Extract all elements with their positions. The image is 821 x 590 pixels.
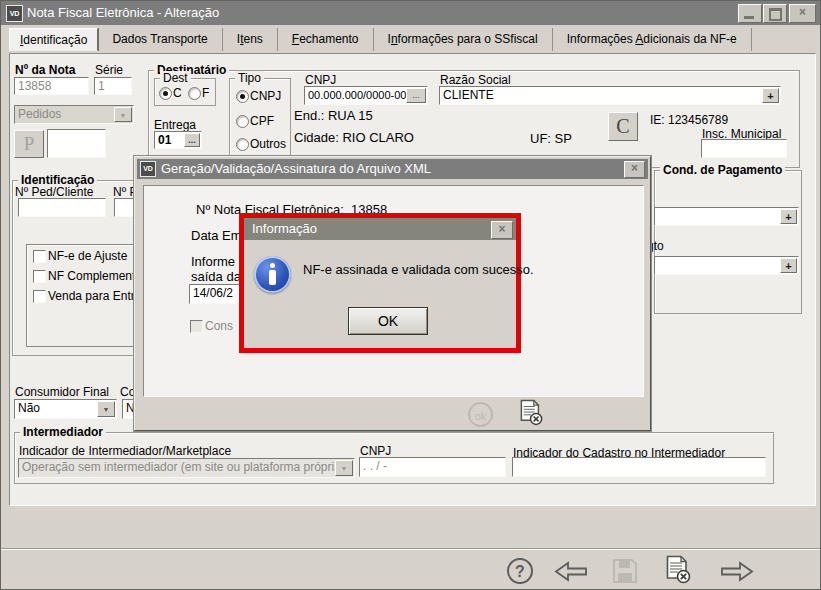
tipo-cnpj-radio[interactable]: [236, 90, 249, 103]
xml-dialog-title: Geração/Validação/Assinatura do Arquivo …: [161, 161, 431, 176]
nf-complementar-label: NF Complementar: [48, 269, 146, 283]
tipo-cpf-radio[interactable]: [236, 115, 249, 128]
dropdown-arrow-icon: ▼: [114, 107, 132, 122]
info-dialog-titlebar: Informação ×: [244, 218, 516, 240]
info-ok-button[interactable]: OK: [348, 307, 428, 335]
serie-label: Série: [95, 63, 123, 77]
c-button[interactable]: C: [608, 112, 638, 141]
cond-pagamento-group: Cond. de Pagamento: [654, 170, 802, 314]
insc-municipal-field[interactable]: [701, 139, 787, 158]
informe-fragment: Informe: [191, 254, 235, 269]
tipo-title: Tipo: [235, 71, 264, 85]
toolbar-separator: [1, 548, 820, 550]
tab-dados-transporte[interactable]: Dados Transporte: [98, 28, 222, 51]
data-emissao-fragment: Data Emi: [191, 228, 244, 243]
ok-icon[interactable]: ok: [468, 402, 493, 427]
forward-arrow-icon[interactable]: [720, 560, 754, 583]
entrega-field[interactable]: 01 ...: [154, 131, 202, 149]
tab-itens[interactable]: Itens: [223, 28, 278, 51]
pedidos-combo[interactable]: Pedidos ▼: [14, 105, 134, 124]
p-button[interactable]: P: [14, 130, 44, 158]
tipo-outros-radio[interactable]: [236, 138, 249, 151]
cond-field-1[interactable]: +: [654, 207, 799, 226]
info-dialog-highlight: Informação × NF-e assinada e validada co…: [239, 213, 521, 353]
cond-field-2[interactable]: +: [654, 256, 799, 275]
close-button[interactable]: ×: [789, 4, 816, 23]
nfe-ajuste-checkbox[interactable]: [33, 250, 46, 263]
dest-f-radio[interactable]: [188, 87, 201, 100]
venda-entrega-label: Venda para Entre: [48, 289, 141, 303]
cond-add-button-1[interactable]: +: [780, 209, 797, 224]
cond-pagamento-title: Cond. de Pagamento: [660, 163, 785, 177]
main-titlebar: VD Nota Fiscal Eletrônica - Alteração ×: [1, 1, 821, 25]
back-arrow-icon[interactable]: [554, 560, 588, 583]
nfe-ajuste-label: NF-e de Ajuste: [48, 249, 127, 263]
razao-add-button[interactable]: +: [762, 88, 779, 103]
window-title: Nota Fiscal Eletrônica - Alteração: [27, 5, 219, 20]
ie-text: IE: 123456789: [650, 113, 728, 127]
venda-entrega-checkbox[interactable]: [33, 290, 46, 303]
info-message: NF-e assinada e validada com sucesso.: [303, 262, 534, 277]
dest-subgroup: Dest C F: [154, 78, 216, 106]
info-dialog: Informação × NF-e assinada e validada co…: [244, 218, 516, 348]
cnpj-label: CNPJ: [305, 73, 336, 87]
razao-label: Razão Social: [440, 73, 511, 87]
nf-complementar-checkbox[interactable]: [33, 270, 46, 283]
razao-field[interactable]: CLIENTE +: [439, 86, 781, 105]
cadastro-intermediador-field[interactable]: [512, 457, 766, 477]
ped-cliente-field[interactable]: [18, 198, 106, 217]
dropdown-arrow-icon: ▼: [335, 460, 353, 476]
cons-label-fragment: Cons: [205, 319, 233, 333]
info-dialog-close-button[interactable]: ×: [491, 221, 513, 239]
tipo-outros-label: Outros: [250, 137, 286, 151]
cons-checkbox[interactable]: [190, 320, 203, 333]
tipo-cnpj-label: CNPJ: [250, 89, 281, 103]
maximize-icon: [769, 8, 782, 21]
tab-informacoes-ssfiscal[interactable]: Informações para o SSfiscal: [374, 28, 553, 51]
tab-fechamento[interactable]: Fechamento: [278, 28, 374, 51]
intermediador-cnpj-field[interactable]: . . / -: [359, 457, 506, 477]
serie-field[interactable]: 1: [94, 77, 132, 95]
main-window: VD Nota Fiscal Eletrônica - Alteração × …: [0, 0, 821, 590]
info-dialog-title: Informação: [252, 221, 317, 236]
indicador-intermediador-combo[interactable]: Operação sem intermediador (em site ou p…: [18, 458, 355, 478]
consumidor-final-combo[interactable]: Não ▼: [14, 399, 117, 419]
tipo-subgroup: Tipo CNPJ CPF Outros: [229, 78, 291, 162]
saida-fragment: saída da: [191, 269, 241, 284]
nota-field[interactable]: 13858: [14, 77, 89, 95]
minimize-button[interactable]: [738, 4, 762, 23]
nota-label: Nº da Nota: [15, 63, 75, 77]
cancel-document-icon[interactable]: [666, 555, 691, 584]
dest-c-radio[interactable]: [159, 87, 172, 100]
help-icon[interactable]: ?: [507, 558, 533, 584]
p-value-field[interactable]: [47, 129, 106, 158]
dialog-vd-icon: VD: [140, 161, 156, 177]
maximize-button[interactable]: [763, 4, 787, 23]
app-vd-icon: VD: [6, 5, 23, 22]
cond-add-button-2[interactable]: +: [780, 258, 797, 273]
xml-dialog-titlebar: VD Geração/Validação/Assinatura do Arqui…: [137, 159, 648, 179]
minimize-icon: [744, 16, 754, 19]
entrega-label: Entrega: [154, 118, 196, 132]
indicador-intermediador-label: Indicador de Intermediador/Marketplace: [19, 444, 231, 458]
xml-dialog-close-button[interactable]: ×: [624, 161, 645, 178]
info-icon: [254, 256, 291, 293]
dest-c-label: C: [173, 86, 182, 100]
ped-cliente-label: Nº Ped/Cliente: [15, 185, 93, 199]
consumidor-final-label: Consumidor Final: [15, 385, 109, 399]
cnpj-field[interactable]: 00.000.000/0000-00 ...: [304, 86, 428, 105]
intermediador-cnpj-label: CNPJ: [360, 444, 391, 458]
entrega-browse-button[interactable]: ...: [184, 133, 200, 147]
cancel-document-icon[interactable]: [520, 399, 543, 426]
dest-f-label: F: [202, 86, 209, 100]
save-icon[interactable]: [612, 558, 638, 584]
cnpj-browse-button[interactable]: ...: [406, 88, 426, 103]
endereco-text: End.: RUA 15: [294, 108, 373, 123]
cidade-text: Cidade: RIO CLARO: [294, 130, 414, 145]
dropdown-arrow-icon: ▼: [97, 401, 115, 417]
uf-text: UF: SP: [530, 131, 572, 146]
tab-identificacao[interactable]: Identificação: [9, 28, 98, 51]
tab-bar: Identificação Dados Transporte Itens Fec…: [9, 28, 752, 51]
dest-title: Dest: [160, 71, 191, 85]
tab-informacoes-adicionais[interactable]: Informações Adicionais da NF-e: [553, 28, 752, 51]
